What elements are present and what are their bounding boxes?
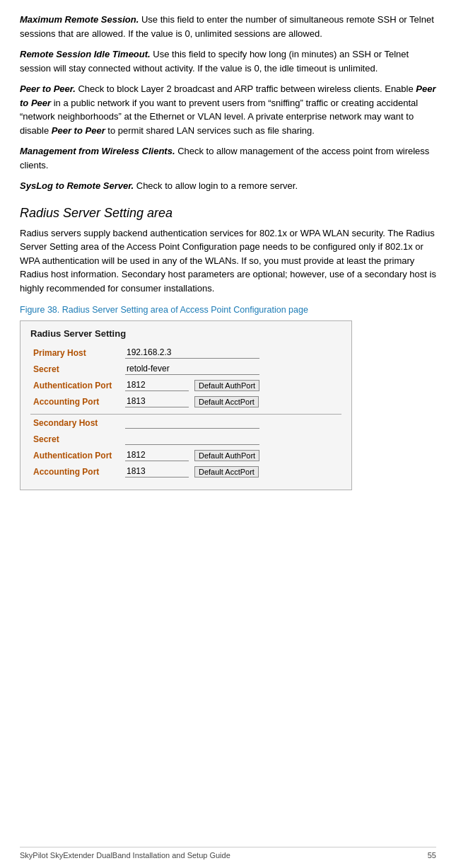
figure-caption: Figure 38. Radius Server Setting area of… [20,305,436,315]
para-idle-timeout-label: Remote Session Idle Timeout. [20,49,151,59]
btn-primary-acct-port[interactable]: Default AcctPort [194,396,259,407]
section-body: Radius servers supply backend authentica… [20,226,436,296]
table-row-secondary-auth-port: Authentication PortDefault AuthPort [30,447,341,463]
section-title: Radius Server Setting area [20,206,436,221]
value-secondary-secret[interactable] [122,431,341,447]
table-row-secondary-host: Secondary Host [30,415,341,432]
input-primary-host[interactable] [125,347,259,359]
value-secondary-auth-port[interactable]: Default AuthPort [122,447,341,463]
para-syslog-label: SysLog to Remote Server. [20,180,134,191]
radius-server-setting-table: Radius Server Setting Primary HostSecret… [20,320,352,490]
value-primary-auth-port[interactable]: Default AuthPort [122,377,341,393]
value-secondary-acct-port[interactable]: Default AcctPort [122,463,341,480]
value-secondary-host[interactable] [122,415,341,432]
input-secondary-acct-port[interactable] [125,465,189,478]
radius-table: Primary HostSecretAuthentication PortDef… [30,345,341,480]
input-primary-secret[interactable] [125,363,259,375]
table-row-primary-secret: Secret [30,361,341,377]
btn-secondary-auth-port[interactable]: Default AuthPort [194,450,259,461]
para-syslog-text: Check to allow login to a remore server. [136,180,298,191]
btn-secondary-acct-port[interactable]: Default AcctPort [194,466,259,478]
input-primary-acct-port[interactable] [125,395,189,407]
para-peer-to-peer: Peer to Peer. Check to block Layer 2 bro… [20,82,436,137]
table-row-secondary-acct-port: Accounting PortDefault AcctPort [30,463,341,480]
footer-right: 55 [428,851,436,860]
value-primary-host[interactable] [122,345,341,361]
table-title: Radius Server Setting [30,328,341,339]
para-mgmt-wireless: Management from Wireless Clients. Check … [20,144,436,172]
footer: SkyPilot SkyExtender DualBand Installati… [20,847,436,860]
input-primary-auth-port[interactable] [125,379,189,391]
para-max-remote-label: Maximum Remote Session. [20,14,139,25]
para-mgmt-label: Management from Wireless Clients. [20,146,175,156]
label-secondary-host: Secondary Host [30,415,122,432]
label-primary-acct-port: Accounting Port [30,393,122,410]
table-row-primary-auth-port: Authentication PortDefault AuthPort [30,377,341,393]
label-secondary-secret: Secret [30,431,122,447]
para-p2p-label: Peer to Peer. [20,83,76,94]
label-primary-secret: Secret [30,361,122,377]
para-idle-timeout: Remote Session Idle Timeout. Use this fi… [20,47,436,75]
table-row-primary-acct-port: Accounting PortDefault AcctPort [30,393,341,410]
value-primary-acct-port[interactable]: Default AcctPort [122,393,341,410]
btn-primary-auth-port[interactable]: Default AuthPort [194,380,259,391]
input-secondary-secret[interactable] [125,433,259,445]
label-secondary-auth-port: Authentication Port [30,447,122,463]
table-row-primary-host: Primary Host [30,345,341,361]
label-primary-host: Primary Host [30,345,122,361]
para-p2p-text1: Check to block Layer 2 broadcast and ARP… [78,83,416,94]
para-syslog: SysLog to Remote Server. Check to allow … [20,179,436,193]
footer-left: SkyPilot SkyExtender DualBand Installati… [20,851,230,860]
label-primary-auth-port: Authentication Port [30,377,122,393]
input-secondary-auth-port[interactable] [125,449,189,461]
para-max-remote: Maximum Remote Session. Use this field t… [20,13,436,40]
label-secondary-acct-port: Accounting Port [30,463,122,480]
para-p2p-text3: to permit shared LAN services such as fi… [107,125,315,136]
input-secondary-host[interactable] [125,417,259,429]
para-p2p-end: Peer to Peer [52,125,105,136]
table-row-secondary-secret: Secret [30,431,341,447]
value-primary-secret[interactable] [122,361,341,377]
